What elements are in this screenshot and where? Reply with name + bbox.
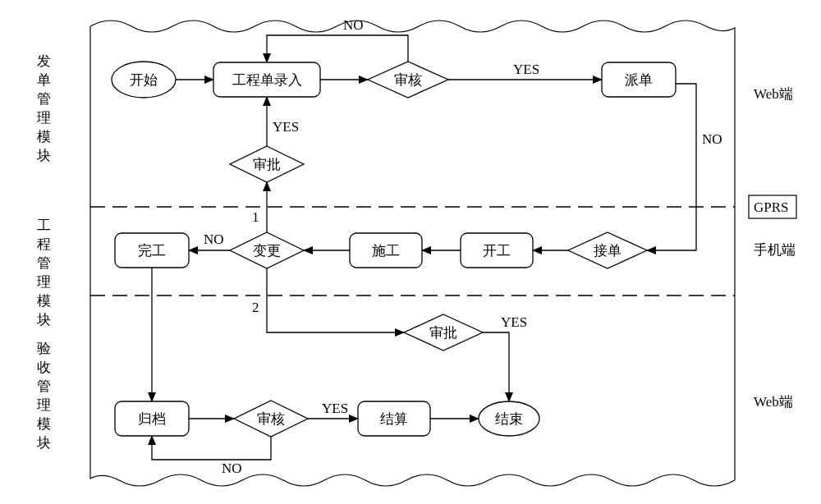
node-archive: 归档 xyxy=(115,401,189,436)
svg-text:程: 程 xyxy=(37,236,51,252)
lane1-label: 发 单 管 理 模 块 xyxy=(36,53,51,163)
node-approve1: 审批 xyxy=(230,146,304,182)
lane3-label: 验 收 管 理 模 块 xyxy=(36,341,51,451)
svg-text:结束: 结束 xyxy=(495,411,523,427)
lane2-label: 工 程 管 理 模 块 xyxy=(36,218,51,328)
svg-text:NO: NO xyxy=(222,460,242,476)
svg-text:管: 管 xyxy=(37,378,51,394)
svg-text:审批: 审批 xyxy=(429,325,457,341)
node-review2: 审核 xyxy=(234,401,308,437)
svg-text:审核: 审核 xyxy=(394,72,422,88)
node-settle: 结算 xyxy=(358,401,430,436)
svg-text:NO: NO xyxy=(702,131,722,147)
svg-text:完工: 完工 xyxy=(138,243,166,259)
svg-text:审核: 审核 xyxy=(257,411,285,427)
svg-text:块: 块 xyxy=(36,435,51,451)
svg-text:YES: YES xyxy=(273,119,299,135)
lane1-channel: Web端 xyxy=(754,86,793,102)
svg-text:接单: 接单 xyxy=(594,243,621,259)
svg-text:块: 块 xyxy=(36,312,51,328)
svg-text:理: 理 xyxy=(37,274,51,290)
node-accept: 接单 xyxy=(568,232,647,268)
svg-text:理: 理 xyxy=(37,397,51,413)
svg-text:施工: 施工 xyxy=(372,243,400,259)
flowchart-canvas: 发 单 管 理 模 块 工 程 管 理 模 块 验 收 管 理 模 块 Web端… xyxy=(0,0,821,504)
svg-text:2: 2 xyxy=(252,300,259,315)
svg-text:1: 1 xyxy=(252,209,259,225)
node-input: 工程单录入 xyxy=(213,62,320,97)
svg-text:开始: 开始 xyxy=(130,72,158,88)
svg-text:NO: NO xyxy=(204,231,224,247)
node-end: 结束 xyxy=(479,401,539,436)
svg-text:理: 理 xyxy=(37,110,51,126)
svg-text:模: 模 xyxy=(37,129,51,144)
svg-text:验: 验 xyxy=(37,341,51,356)
node-change: 变更 xyxy=(230,232,304,268)
svg-text:发: 发 xyxy=(37,53,51,69)
svg-text:审批: 审批 xyxy=(253,157,281,172)
svg-text:块: 块 xyxy=(36,148,51,163)
svg-text:变更: 变更 xyxy=(253,243,281,259)
node-complete: 完工 xyxy=(115,233,189,268)
svg-text:YES: YES xyxy=(513,62,539,77)
node-construct: 施工 xyxy=(350,233,422,268)
svg-text:管: 管 xyxy=(37,91,51,107)
gprs-tag-label: GPRS xyxy=(754,199,789,215)
svg-text:工: 工 xyxy=(37,218,51,233)
svg-text:收: 收 xyxy=(37,360,51,375)
svg-text:YES: YES xyxy=(501,314,527,330)
svg-text:模: 模 xyxy=(37,416,51,432)
svg-text:单: 单 xyxy=(37,72,51,88)
svg-text:派单: 派单 xyxy=(625,72,653,88)
svg-text:管: 管 xyxy=(37,255,51,271)
svg-text:归档: 归档 xyxy=(138,411,166,427)
svg-text:模: 模 xyxy=(37,293,51,309)
svg-text:YES: YES xyxy=(322,401,348,416)
node-start: 开始 xyxy=(112,62,176,98)
lane3-channel: Web端 xyxy=(754,394,793,410)
svg-text:工程单录入: 工程单录入 xyxy=(232,72,302,88)
node-approve2: 审批 xyxy=(404,314,483,351)
svg-text:结算: 结算 xyxy=(380,411,408,427)
node-startwork: 开工 xyxy=(461,233,533,268)
lane2-channel: 手机端 xyxy=(754,242,796,258)
svg-text:开工: 开工 xyxy=(483,243,511,259)
svg-text:NO: NO xyxy=(343,17,364,33)
node-dispatch: 派单 xyxy=(602,62,676,97)
node-review1: 审核 xyxy=(368,62,448,98)
